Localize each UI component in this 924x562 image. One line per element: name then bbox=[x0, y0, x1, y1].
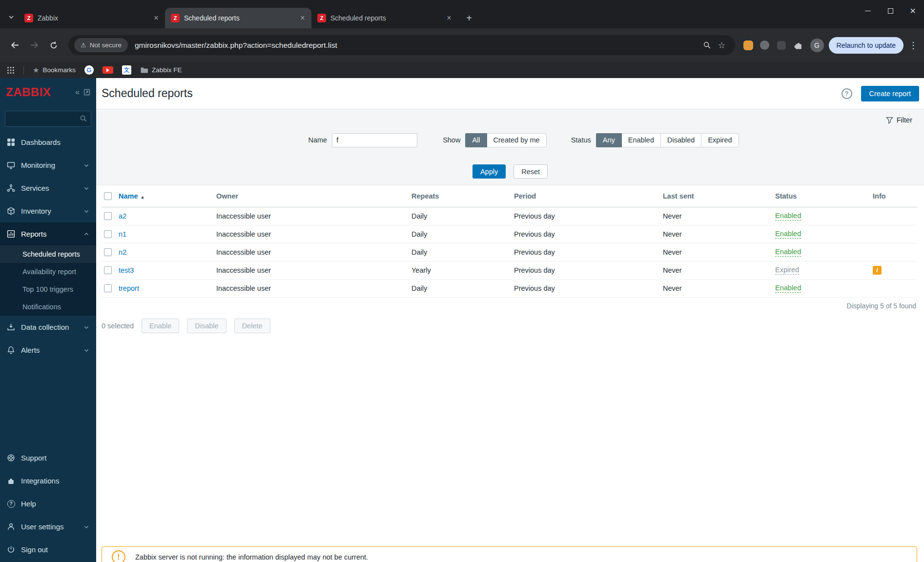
filter-tab[interactable]: Filter bbox=[886, 116, 912, 124]
row-checkbox[interactable] bbox=[104, 266, 112, 274]
status-link[interactable]: Enabled bbox=[775, 212, 801, 221]
sidebar-item-sign-out[interactable]: Sign out bbox=[0, 538, 96, 561]
report-name-link[interactable]: a2 bbox=[119, 212, 126, 220]
extension-1-button[interactable] bbox=[741, 38, 756, 53]
sidebar-item-user-settings[interactable]: User settings bbox=[0, 515, 96, 538]
chevron-down-icon bbox=[83, 162, 89, 168]
owner-cell: Inaccessible user bbox=[216, 225, 411, 243]
column-header-owner: Owner bbox=[216, 185, 411, 207]
tab-close-icon[interactable] bbox=[151, 13, 161, 23]
security-chip[interactable]: Not secure bbox=[74, 38, 128, 52]
forward-button[interactable] bbox=[25, 37, 43, 54]
extension-3-button[interactable] bbox=[774, 38, 789, 53]
column-header-name[interactable]: Name bbox=[119, 192, 138, 200]
bookmarks-menu-button[interactable]: Bookmarks bbox=[33, 66, 76, 75]
tab-scheduled-reports-2[interactable]: Z Scheduled reports bbox=[311, 8, 458, 28]
window-maximize-button[interactable] bbox=[879, 0, 902, 21]
sidebar-item-support[interactable]: Support bbox=[0, 446, 96, 469]
bookmark-folder-zabbix-fe[interactable]: Zabbix FE bbox=[140, 66, 182, 74]
bookmark-youtube[interactable] bbox=[103, 66, 113, 74]
window-close-button[interactable] bbox=[902, 0, 924, 21]
bookmark-star-button[interactable] bbox=[715, 38, 729, 53]
sidebar-item-data-collection[interactable]: Data collection bbox=[0, 316, 96, 339]
show-option-all[interactable]: All bbox=[465, 133, 487, 147]
bookmark-google[interactable]: G bbox=[84, 65, 94, 75]
sidebar-item-services[interactable]: Services bbox=[0, 177, 96, 200]
extension-2-button[interactable] bbox=[758, 38, 772, 53]
sidebar-subitem-notifications[interactable]: Notifications bbox=[0, 298, 96, 316]
status-link[interactable]: Enabled bbox=[775, 284, 801, 293]
report-name-link[interactable]: test3 bbox=[119, 266, 134, 274]
zoom-lens-button[interactable] bbox=[700, 38, 715, 53]
show-option-created-by-me[interactable]: Created by me bbox=[487, 133, 547, 147]
row-checkbox[interactable] bbox=[104, 212, 112, 220]
address-bar[interactable]: Not secure gmirosnikovs/master/zabbix.ph… bbox=[68, 35, 735, 55]
tab-close-icon[interactable] bbox=[444, 13, 454, 23]
not-secure-warning-icon bbox=[81, 41, 86, 49]
disable-button[interactable]: Disable bbox=[187, 319, 226, 333]
row-checkbox[interactable] bbox=[104, 284, 112, 292]
zabbix-logo[interactable]: ZABBIX bbox=[6, 85, 51, 99]
row-checkbox[interactable] bbox=[104, 230, 112, 238]
reset-button[interactable]: Reset bbox=[513, 164, 548, 179]
sidebar-item-integrations[interactable]: Integrations bbox=[0, 469, 96, 492]
extensions-menu-button[interactable] bbox=[791, 38, 805, 53]
status-link[interactable]: Enabled bbox=[775, 230, 801, 239]
delete-button[interactable]: Delete bbox=[234, 319, 270, 333]
filter-head: Filter bbox=[96, 109, 924, 131]
select-all-checkbox[interactable] bbox=[104, 192, 112, 200]
sidebar-popout-icon[interactable] bbox=[83, 89, 90, 96]
status-option-any[interactable]: Any bbox=[596, 133, 622, 147]
sidebar-subitem-availability-report[interactable]: Availability report bbox=[0, 263, 96, 281]
main-content: Scheduled reports Create report Filter bbox=[96, 78, 924, 562]
repeats-cell: Daily bbox=[411, 225, 514, 243]
sidebar-item-alerts[interactable]: Alerts bbox=[0, 339, 96, 361]
sidebar-item-reports[interactable]: Reports bbox=[0, 222, 96, 245]
report-name-link[interactable]: n2 bbox=[119, 248, 126, 256]
browser-menu-button[interactable] bbox=[908, 37, 918, 54]
tab-search-button[interactable] bbox=[4, 9, 19, 25]
name-filter-input[interactable] bbox=[332, 133, 417, 147]
info-warning-icon[interactable]: i bbox=[873, 266, 882, 275]
apps-grid-button[interactable] bbox=[7, 66, 15, 74]
report-name-link[interactable]: n1 bbox=[119, 230, 126, 238]
sidebar-item-help[interactable]: Help bbox=[0, 492, 96, 515]
sidebar-item-dashboards[interactable]: Dashboards bbox=[0, 131, 96, 154]
sidebar-footer: Support Integrations Help User sett bbox=[0, 446, 96, 562]
report-name-link[interactable]: treport bbox=[119, 284, 139, 292]
sidebar-subitem-top-100-triggers[interactable]: Top 100 triggers bbox=[0, 281, 96, 298]
chevron-down-icon bbox=[83, 324, 89, 330]
relaunch-to-update-button[interactable]: Relaunch to update bbox=[829, 37, 903, 54]
sidebar-collapse-icon[interactable] bbox=[75, 88, 80, 97]
url-text[interactable]: gmirosnikovs/master/zabbix.php?action=sc… bbox=[135, 41, 700, 50]
row-checkbox[interactable] bbox=[104, 248, 112, 256]
sidebar-item-label: Services bbox=[21, 184, 49, 192]
status-link[interactable]: Enabled bbox=[775, 248, 801, 257]
sidebar-subitem-scheduled-reports[interactable]: Scheduled reports bbox=[0, 245, 96, 263]
repeats-cell: Yearly bbox=[411, 261, 514, 279]
enable-button[interactable]: Enable bbox=[142, 319, 179, 333]
tab-zabbix[interactable]: Z Zabbix bbox=[19, 8, 165, 28]
tab-close-icon[interactable] bbox=[298, 13, 308, 23]
status-option-expired[interactable]: Expired bbox=[701, 133, 739, 147]
page-help-icon[interactable] bbox=[842, 88, 852, 99]
period-cell: Previous day bbox=[514, 207, 663, 225]
window-minimize-button[interactable] bbox=[857, 0, 879, 21]
tab-scheduled-reports-active[interactable]: Z Scheduled reports bbox=[165, 8, 311, 28]
server-warning-text: Zabbix server is not running: the inform… bbox=[135, 553, 368, 561]
back-button[interactable] bbox=[6, 37, 23, 54]
status-option-enabled[interactable]: Enabled bbox=[621, 133, 661, 147]
status-option-disabled[interactable]: Disabled bbox=[660, 133, 701, 147]
sidebar-search-input[interactable] bbox=[5, 111, 91, 127]
sidebar-item-monitoring[interactable]: Monitoring bbox=[0, 154, 96, 177]
reload-icon bbox=[49, 41, 58, 50]
profile-avatar[interactable]: G bbox=[810, 39, 824, 52]
bookmark-translate[interactable] bbox=[122, 65, 131, 75]
name-filter-label: Name bbox=[308, 136, 327, 144]
create-report-button[interactable]: Create report bbox=[861, 86, 919, 101]
apply-button[interactable]: Apply bbox=[472, 164, 506, 179]
reload-button[interactable] bbox=[45, 37, 62, 54]
new-tab-button[interactable] bbox=[462, 11, 476, 25]
status-link[interactable]: Expired bbox=[775, 266, 799, 275]
sidebar-item-inventory[interactable]: Inventory bbox=[0, 200, 96, 222]
